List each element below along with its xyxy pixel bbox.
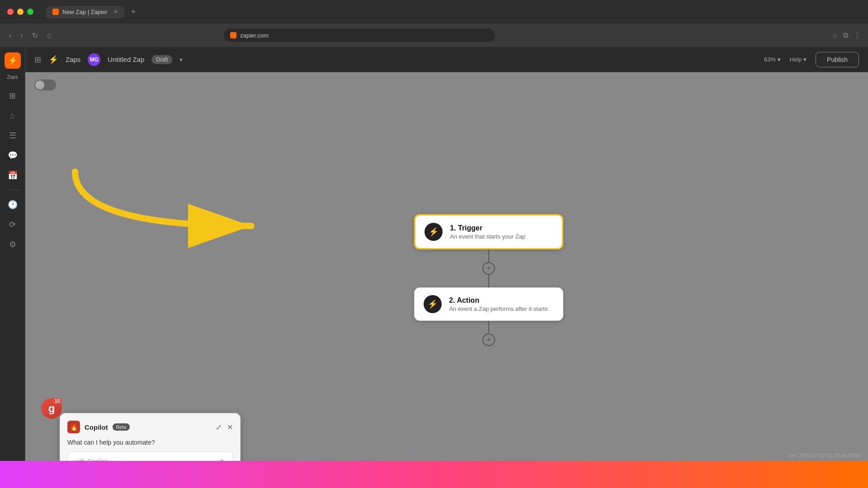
tab-title: New Zap | Zapier xyxy=(62,9,107,15)
grid-icon[interactable]: ⊞ xyxy=(34,55,41,65)
fullscreen-button[interactable] xyxy=(27,9,33,15)
sidebar-item-refresh[interactable]: ⟳ xyxy=(4,216,22,234)
menu-icon[interactable]: ⋮ xyxy=(854,31,861,40)
version-text: ver: 2024-07-01T11:20-6e27bbb xyxy=(789,453,861,458)
address-favicon xyxy=(230,32,236,38)
zap-title[interactable]: Untitled Zap xyxy=(108,56,144,63)
sidebar-item-grid[interactable]: ⊞ xyxy=(4,87,22,105)
copilot-logo: 🔥 xyxy=(67,421,80,433)
add-step-button-2[interactable]: + xyxy=(482,333,495,346)
forward-button[interactable]: › xyxy=(19,29,24,41)
sidebar-item-list[interactable]: ☰ xyxy=(4,127,22,145)
sidebar-item-chat[interactable]: 💬 xyxy=(4,146,22,164)
trigger-subtitle: An event that starts your Zap xyxy=(450,233,553,240)
copilot-actions: ⤢ ✕ xyxy=(216,423,233,432)
trigger-node[interactable]: ⚡ 1. Trigger An event that starts your Z… xyxy=(414,214,563,249)
copilot-question: What can I help you automate? xyxy=(67,439,233,446)
sidebar-item-settings[interactable]: ⚙ xyxy=(4,235,22,253)
new-tab-button[interactable]: + xyxy=(128,7,138,17)
copilot-beta-badge: Beta xyxy=(113,423,130,431)
topbar-bolt-icon: ⚡ xyxy=(48,55,58,65)
back-button[interactable]: ‹ xyxy=(7,29,13,41)
sidebar-divider xyxy=(6,190,19,190)
connector-2: + xyxy=(482,321,495,346)
trigger-title: 1. Trigger xyxy=(450,224,553,232)
help-button[interactable]: Help ▾ xyxy=(790,56,807,63)
canvas-toggle-area xyxy=(34,80,56,90)
refresh-button[interactable]: ↻ xyxy=(30,29,40,42)
traffic-lights xyxy=(7,9,33,15)
action-text: 2. Action An event a Zap performs after … xyxy=(449,296,554,312)
zap-flow: ⚡ 1. Trigger An event that starts your Z… xyxy=(414,214,563,346)
publish-button[interactable]: Publish xyxy=(816,52,859,67)
browser-chrome: ‹ › ↻ ⌂ zapier.com ☆ ⧉ ⋮ xyxy=(0,23,868,47)
copilot-header: 🔥 Copilot Beta ⤢ ✕ xyxy=(67,421,233,433)
copilot-close-icon[interactable]: ✕ xyxy=(227,423,233,432)
active-tab[interactable]: New Zap | Zapier ✕ xyxy=(46,6,124,18)
draft-badge: Draft xyxy=(151,55,172,64)
copilot-logo-icon: 🔥 xyxy=(70,423,78,431)
address-bar[interactable]: zapier.com xyxy=(224,28,495,42)
app-container: ⚡ Zaps ⊞ ⌂ ☰ 💬 📅 🕐 ⟳ ⚙ ⊞ ⚡ Zaps MG Untit… xyxy=(0,47,868,488)
sidebar-zaps-label: Zaps xyxy=(7,74,18,80)
add-step-button-1[interactable]: + xyxy=(482,262,495,275)
sidebar: ⚡ Zaps ⊞ ⌂ ☰ 💬 📅 🕐 ⟳ ⚙ xyxy=(0,47,25,488)
sidebar-item-calendar[interactable]: 📅 xyxy=(4,166,22,184)
topbar-right: 63% ▾ Help ▾ Publish xyxy=(764,52,859,67)
action-icon: ⚡ xyxy=(424,295,442,313)
zap-toggle[interactable] xyxy=(34,80,56,90)
minimize-button[interactable] xyxy=(17,9,24,15)
sidebar-item-home[interactable]: ⌂ xyxy=(4,107,22,125)
action-bolt-icon: ⚡ xyxy=(428,299,438,309)
notification-badge: 13 xyxy=(52,398,62,404)
title-chevron-icon[interactable]: ▾ xyxy=(179,56,183,63)
zoom-chevron-icon: ▾ xyxy=(778,56,781,63)
sidebar-item-history[interactable]: 🕐 xyxy=(4,196,22,214)
titlebar: New Zap | Zapier ✕ + xyxy=(0,0,868,23)
connector-line-1 xyxy=(488,249,489,262)
copilot-expand-icon[interactable]: ⤢ xyxy=(216,423,222,432)
bookmark-icon[interactable]: ☆ xyxy=(831,31,838,40)
topbar-zaps-label: Zaps xyxy=(66,56,80,63)
browser-actions: ☆ ⧉ ⋮ xyxy=(831,31,861,40)
topbar: ⊞ ⚡ Zaps MG Untitled Zap Draft ▾ 63% ▾ H… xyxy=(25,47,868,72)
action-title: 2. Action xyxy=(449,296,554,305)
user-avatar: MG xyxy=(88,53,100,66)
connector-line-2 xyxy=(488,275,489,287)
home-button[interactable]: ⌂ xyxy=(45,29,53,41)
tab-bar: New Zap | Zapier ✕ + xyxy=(46,6,861,18)
extensions-icon[interactable]: ⧉ xyxy=(843,31,848,39)
tab-favicon xyxy=(52,9,59,15)
toggle-knob xyxy=(35,80,44,89)
g-avatar[interactable]: g 13 xyxy=(40,397,63,420)
sidebar-logo[interactable]: ⚡ xyxy=(5,52,21,69)
help-chevron-icon: ▾ xyxy=(803,56,807,63)
connector-line-3 xyxy=(488,321,489,333)
connector-1: + xyxy=(482,249,495,287)
action-subtitle: An event a Zap performs after it starts xyxy=(449,305,554,312)
trigger-bolt-icon: ⚡ xyxy=(429,227,439,237)
bottom-gradient-bar xyxy=(0,461,868,488)
address-text: zapier.com xyxy=(240,32,269,39)
trigger-text: 1. Trigger An event that starts your Zap xyxy=(450,224,553,240)
copilot-title: Copilot xyxy=(85,423,108,431)
zoom-control[interactable]: 63% ▾ xyxy=(764,56,781,63)
close-button[interactable] xyxy=(7,9,14,15)
tab-close-icon[interactable]: ✕ xyxy=(113,9,118,15)
action-node[interactable]: ⚡ 2. Action An event a Zap performs afte… xyxy=(414,287,563,321)
bolt-icon: ⚡ xyxy=(8,56,18,66)
arrow-graphic xyxy=(61,154,278,253)
trigger-icon: ⚡ xyxy=(425,223,443,241)
canvas: ⚡ 1. Trigger An event that starts your Z… xyxy=(25,72,868,488)
